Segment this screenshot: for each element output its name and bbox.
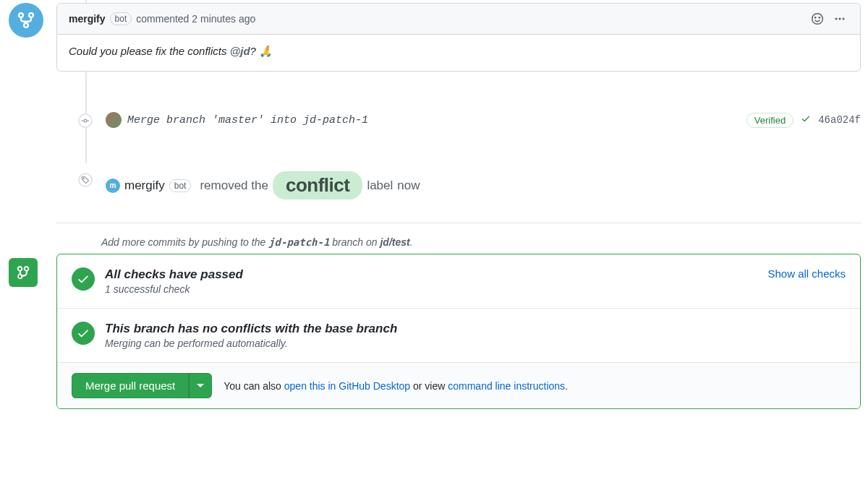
svg-point-2 <box>24 23 28 27</box>
merge-status-icon <box>9 258 38 287</box>
comment-header: mergify bot commented 2 minutes ago <box>57 4 860 35</box>
command-line-link[interactable]: command line instructions <box>448 380 565 392</box>
kebab-menu-icon[interactable] <box>831 10 848 27</box>
svg-point-0 <box>19 13 23 17</box>
committer-avatar[interactable] <box>106 112 122 128</box>
mergify-mini-avatar[interactable]: m <box>106 179 120 193</box>
merge-panel: All checks have passed 1 successful chec… <box>56 254 861 409</box>
comment-timestamp: 2 minutes ago <box>192 13 255 25</box>
user-mention[interactable]: @jd <box>230 45 250 57</box>
show-all-checks-link[interactable]: Show all checks <box>767 267 846 295</box>
caret-down-icon <box>197 382 204 390</box>
merge-alt-text: You can also open this in GitHub Desktop… <box>224 380 568 392</box>
conflict-title: This branch has no conflicts with the ba… <box>105 322 397 336</box>
merge-dropdown-button[interactable] <box>189 373 212 398</box>
hint-repo: jd/test <box>380 236 409 248</box>
verified-badge[interactable]: Verified <box>746 113 793 128</box>
svg-point-3 <box>812 14 823 25</box>
conflict-section: This branch has no conflicts with the ba… <box>57 309 860 363</box>
alt-suffix: . <box>565 380 568 392</box>
checks-subtitle: 1 successful check <box>105 283 243 295</box>
comment-text-suffix: ? 🙏 <box>250 45 273 57</box>
label-event-action: removed the <box>200 179 268 193</box>
hint-suffix: . <box>410 236 413 248</box>
svg-point-6 <box>835 18 838 20</box>
svg-point-1 <box>29 13 33 17</box>
commit-message[interactable]: Merge branch 'master' into jd-patch-1 <box>127 114 368 126</box>
comment-container: mergify bot commented 2 minutes ago Coul… <box>56 3 861 72</box>
comment-body: Could you please fix the conflicts @jd? … <box>57 35 860 71</box>
label-event-suffix: label <box>367 179 393 193</box>
commit-node-icon <box>78 113 93 128</box>
mergify-avatar[interactable] <box>9 3 43 38</box>
svg-point-12 <box>83 178 85 179</box>
svg-point-4 <box>815 17 816 18</box>
emoji-reaction-icon[interactable] <box>808 9 827 28</box>
svg-point-9 <box>84 119 87 122</box>
commit-sha[interactable]: 46a024f <box>818 114 861 126</box>
bot-badge: bot <box>110 12 132 25</box>
commit-event: Merge branch 'master' into jd-patch-1 Ve… <box>51 100 861 140</box>
merge-actions-row: Merge pull request You can also open thi… <box>57 363 860 408</box>
svg-point-7 <box>839 18 841 20</box>
hint-prefix: Add more commits by pushing to the <box>101 236 268 248</box>
comment-text: Could you please fix the conflicts <box>69 45 230 57</box>
bot-badge: bot <box>169 179 192 192</box>
check-icon <box>801 113 811 126</box>
open-in-desktop-link[interactable]: open this in GitHub Desktop <box>284 380 410 392</box>
label-removed-event: m mergify bot removed the conflict label… <box>51 154 861 217</box>
hint-middle: branch on <box>329 236 380 248</box>
check-circle-icon <box>72 322 95 345</box>
comment-author[interactable]: mergify <box>69 13 106 25</box>
svg-point-5 <box>819 17 820 18</box>
tag-icon <box>78 173 93 187</box>
alt-mid: or view <box>410 380 448 392</box>
label-event-actor[interactable]: mergify <box>124 179 165 193</box>
merge-pull-request-button[interactable]: Merge pull request <box>72 373 189 398</box>
divider <box>56 223 861 223</box>
label-event-timestamp: now <box>397 179 420 193</box>
conflict-subtitle: Merging can be performed automatically. <box>105 338 397 349</box>
checks-section: All checks have passed 1 successful chec… <box>57 254 860 309</box>
push-hint: Add more commits by pushing to the jd-pa… <box>101 236 861 248</box>
alt-prefix: You can also <box>224 380 284 392</box>
checks-title: All checks have passed <box>105 267 243 282</box>
check-circle-icon <box>72 267 95 291</box>
hint-branch: jd-patch-1 <box>268 236 329 248</box>
svg-point-8 <box>843 18 845 20</box>
comment-action: commented <box>136 13 189 25</box>
conflict-label-pill[interactable]: conflict <box>273 171 362 199</box>
